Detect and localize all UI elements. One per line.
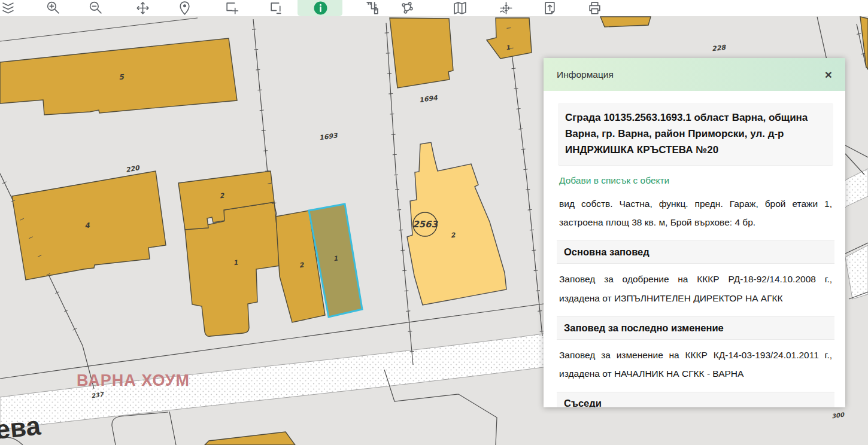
zoom-rect-in-button[interactable] — [224, 0, 239, 16]
zoom-out-button[interactable] — [87, 0, 103, 16]
map-toolbar — [0, 0, 868, 16]
zoom-out-icon — [88, 1, 103, 16]
zoom-rect-out-button[interactable] — [268, 0, 284, 16]
info-panel-body: Сграда 10135.2563.1693.1 област Варна, о… — [544, 91, 845, 407]
rectangle-plus-icon — [224, 1, 239, 16]
section-heading-main-order: Основна заповед — [557, 240, 834, 264]
pan-icon — [135, 1, 150, 16]
location-pin-icon — [177, 1, 192, 16]
parcel-label: 228 — [712, 44, 727, 53]
folded-map-icon — [453, 1, 468, 16]
map-text-label: ВАРНА ХОУМ — [77, 371, 190, 389]
info-panel: Информация × Сграда 10135.2563.1693.1 об… — [544, 58, 845, 407]
object-details: вид собств. Частна, функц. предн. Гараж,… — [559, 194, 832, 233]
section-text-main-order: Заповед за одобрение на КККР РД-18-92/14… — [559, 270, 832, 308]
section-heading-neighbours: Съседи — [557, 392, 834, 407]
object-title: Сграда 10135.2563.1693.1 област Варна, о… — [558, 103, 833, 166]
building[interactable] — [600, 17, 651, 27]
layers-icon — [1, 1, 16, 16]
polygon-select-button[interactable] — [399, 0, 414, 16]
cadastre-map-app: 52204212122563169316942281237300 ВАРНА Х… — [0, 0, 868, 445]
coordinate-grid-icon — [499, 1, 514, 16]
export-icon — [542, 1, 557, 16]
ruler-icon — [365, 1, 380, 16]
rectangle-minus-icon — [269, 1, 284, 16]
info-button[interactable] — [312, 0, 328, 16]
polygon-nodes-icon — [399, 1, 414, 16]
measure-button[interactable] — [364, 0, 380, 16]
map-sheets-button[interactable] — [452, 0, 468, 16]
parcel-label: 2563 — [412, 219, 438, 230]
section-heading-last-change: Заповед за последно изменение — [557, 316, 834, 340]
print-icon — [587, 1, 602, 16]
panel-title: Информация — [557, 69, 614, 80]
layers-button[interactable] — [0, 0, 16, 16]
building[interactable] — [390, 18, 453, 88]
coordinates-button[interactable] — [498, 0, 514, 16]
close-icon[interactable]: × — [825, 68, 832, 81]
map-text-label: ева — [0, 410, 42, 444]
add-to-list-link[interactable]: Добави в списък с обекти — [559, 175, 669, 186]
print-button[interactable] — [587, 0, 602, 16]
zoom-in-icon — [45, 1, 60, 16]
section-text-last-change: Заповед за изменение на КККР КД-14-03-19… — [559, 346, 832, 384]
zoom-in-button[interactable] — [45, 0, 60, 16]
pan-button[interactable] — [135, 0, 150, 16]
locate-button[interactable] — [177, 0, 192, 16]
info-icon — [313, 1, 328, 16]
info-panel-header: Информация × — [544, 58, 845, 91]
export-button[interactable] — [542, 0, 557, 16]
